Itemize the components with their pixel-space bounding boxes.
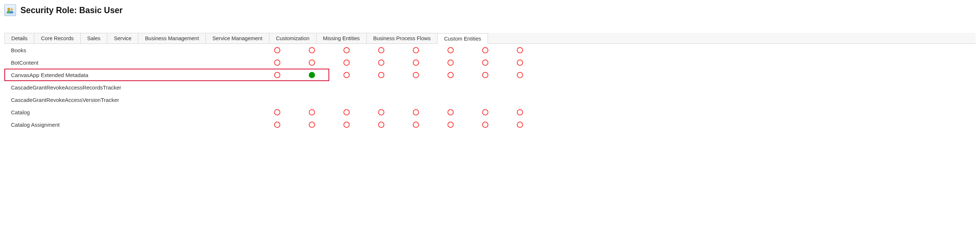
permission-none-icon[interactable] (378, 72, 384, 78)
permission-cell (294, 97, 329, 103)
permission-none-icon[interactable] (517, 60, 523, 66)
permission-cell (468, 122, 503, 128)
permission-cell (468, 60, 503, 66)
permission-cell (329, 47, 364, 53)
permission-none-icon[interactable] (378, 122, 384, 128)
permission-cell (399, 97, 433, 103)
permission-cell (260, 84, 294, 91)
permission-full-icon[interactable] (309, 72, 315, 78)
permission-cell (399, 72, 433, 78)
permission-none-icon[interactable] (309, 60, 315, 66)
permission-none-icon[interactable] (274, 47, 280, 53)
permission-none-icon[interactable] (413, 122, 419, 128)
permission-none-icon[interactable] (413, 72, 419, 78)
permission-none-icon[interactable] (447, 47, 454, 53)
permission-none-icon[interactable] (447, 109, 454, 115)
permission-none-icon[interactable] (344, 60, 350, 66)
permission-none-icon[interactable] (517, 72, 523, 78)
permission-none-icon[interactable] (517, 122, 523, 128)
permission-cell (503, 47, 537, 53)
permission-cell (433, 122, 468, 128)
permission-none-icon[interactable] (482, 60, 488, 66)
tab-details[interactable]: Details (5, 33, 34, 43)
permission-none-icon[interactable] (378, 47, 384, 53)
tab-custom-entities[interactable]: Custom Entities (437, 33, 488, 44)
permission-none-icon[interactable] (378, 109, 384, 115)
permission-cell (260, 72, 294, 78)
table-row: Catalog Assignment (5, 118, 975, 131)
table-row: CascadeGrantRevokeAccessVersionTracker (5, 94, 975, 106)
permission-cell (329, 72, 364, 78)
permission-cell (294, 84, 329, 91)
permission-cell (399, 122, 433, 128)
tab-customization[interactable]: Customization (269, 33, 317, 43)
permission-none-icon[interactable] (309, 109, 315, 115)
permission-none-icon[interactable] (447, 122, 454, 128)
permission-cell (468, 47, 503, 53)
permission-none-icon[interactable] (309, 122, 315, 128)
permission-cell (503, 72, 537, 78)
svg-point-0 (8, 8, 10, 10)
permission-none-icon[interactable] (413, 47, 419, 53)
permission-cell (294, 122, 329, 128)
permission-none-icon[interactable] (447, 72, 454, 78)
tab-core-records[interactable]: Core Records (34, 33, 80, 43)
entity-name-label: BotContent (5, 60, 260, 66)
tab-service-management[interactable]: Service Management (205, 33, 269, 43)
page-title: Security Role: Basic User (21, 5, 123, 15)
table-row: BotContent (5, 56, 975, 69)
permission-cell (433, 47, 468, 53)
tab-business-management[interactable]: Business Management (138, 33, 206, 43)
permission-cell (329, 84, 364, 91)
permission-cell (433, 72, 468, 78)
table-row: CanvasApp Extended Metadata (5, 69, 975, 81)
permission-cell (433, 97, 468, 103)
tab-service[interactable]: Service (107, 33, 138, 43)
svg-point-1 (11, 8, 13, 10)
permission-cell (503, 109, 537, 115)
permission-cell (468, 72, 503, 78)
tab-sales[interactable]: Sales (80, 33, 107, 43)
permission-none-icon[interactable] (517, 47, 523, 53)
permission-none-icon[interactable] (274, 72, 280, 78)
permission-cell (503, 84, 537, 91)
permission-none-icon[interactable] (274, 60, 280, 66)
permission-none-icon[interactable] (344, 47, 350, 53)
permission-none-icon[interactable] (482, 109, 488, 115)
permission-none-icon[interactable] (309, 47, 315, 53)
permission-cell (364, 122, 399, 128)
permission-cell (329, 97, 364, 103)
permission-none-icon[interactable] (344, 109, 350, 115)
permission-none-icon[interactable] (378, 60, 384, 66)
permission-cell (329, 60, 364, 66)
permission-none-icon[interactable] (274, 122, 280, 128)
permission-cell (364, 72, 399, 78)
permission-none-icon[interactable] (482, 47, 488, 53)
permission-cell (364, 60, 399, 66)
permission-none-icon[interactable] (344, 72, 350, 78)
permission-none-icon[interactable] (517, 109, 523, 115)
entity-name-label: CascadeGrantRevokeAccessVersionTracker (5, 97, 260, 103)
permission-none-icon[interactable] (482, 122, 488, 128)
permissions-grid: BooksBotContentCanvasApp Extended Metada… (5, 44, 975, 131)
permission-cell (364, 47, 399, 53)
permission-none-icon[interactable] (413, 109, 419, 115)
permission-none-icon[interactable] (344, 122, 350, 128)
permission-cell (399, 109, 433, 115)
permission-none-icon[interactable] (482, 72, 488, 78)
permission-cell (433, 84, 468, 91)
permission-cell (294, 60, 329, 66)
permission-cell (468, 97, 503, 103)
permission-none-icon[interactable] (413, 60, 419, 66)
permission-cell (503, 122, 537, 128)
permission-cell (329, 122, 364, 128)
permission-cell (468, 109, 503, 115)
permission-none-icon[interactable] (274, 109, 280, 115)
permission-cell (364, 109, 399, 115)
tab-business-process-flows[interactable]: Business Process Flows (366, 33, 438, 43)
entity-name-label: CanvasApp Extended Metadata (5, 72, 260, 78)
permission-cell (468, 84, 503, 91)
tab-missing-entities[interactable]: Missing Entities (316, 33, 367, 43)
permission-cell (294, 109, 329, 115)
permission-none-icon[interactable] (447, 60, 454, 66)
